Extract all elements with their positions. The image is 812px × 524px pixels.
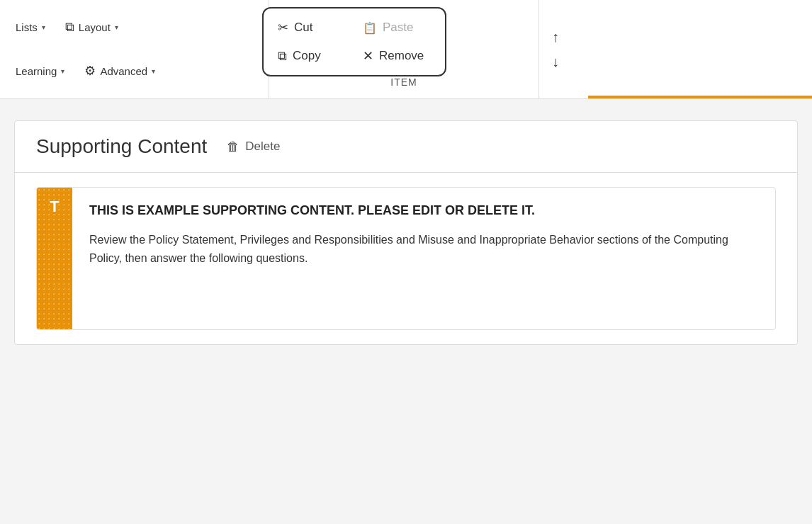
cut-button[interactable]: ✂ Cut	[276, 17, 347, 38]
toolbar-left: Lists ▾ ⧉ Layout ▾ Learning ▾ ⚙ Advanced…	[0, 0, 269, 98]
lists-chevron-icon: ▾	[42, 23, 45, 31]
copy-button[interactable]: ⧉ Copy	[276, 45, 347, 67]
move-arrows: ↑ ↓	[538, 0, 572, 98]
move-up-button[interactable]: ↑	[548, 28, 563, 47]
section-header: Supporting Content 🗑 Delete	[15, 121, 797, 173]
cut-icon: ✂	[278, 20, 288, 35]
orange-sidebar: T	[37, 188, 72, 329]
item-popup: ✂ Cut 📋 Paste ⧉ Copy ✕ Remove	[262, 7, 446, 76]
learning-label: Learning	[16, 65, 57, 77]
content-text-area: THIS IS EXAMPLE SUPPORTING CONTENT. PLEA…	[72, 188, 775, 329]
main-content: Supporting Content 🗑 Delete T THIS IS EX…	[0, 99, 812, 366]
copy-icon: ⧉	[278, 49, 287, 64]
section-card: Supporting Content 🗑 Delete T THIS IS EX…	[14, 120, 798, 345]
item-section-label: ITEM	[262, 76, 546, 88]
learning-dropdown[interactable]: Learning ▾	[11, 62, 69, 80]
layout-dropdown[interactable]: ⧉ Layout ▾	[61, 17, 123, 38]
main-toolbar: Lists ▾ ⧉ Layout ▾ Learning ▾ ⚙ Advanced…	[0, 0, 812, 99]
cut-label: Cut	[294, 21, 312, 35]
remove-icon: ✕	[363, 48, 373, 64]
gear-icon: ⚙	[84, 63, 96, 79]
content-type-letter: T	[50, 198, 59, 216]
trash-icon: 🗑	[227, 139, 239, 154]
learning-chevron-icon: ▾	[61, 67, 64, 75]
move-down-button[interactable]: ↓	[548, 52, 563, 72]
section-title: Supporting Content	[36, 135, 207, 158]
delete-button[interactable]: 🗑 Delete	[221, 137, 286, 157]
paste-button[interactable]: 📋 Paste	[361, 17, 432, 38]
toolbar-row-2: Learning ▾ ⚙ Advanced ▾	[11, 60, 257, 81]
layout-chevron-icon: ▾	[115, 23, 118, 31]
remove-label: Remove	[379, 49, 424, 63]
layout-label: Layout	[79, 21, 111, 33]
content-block: T THIS IS EXAMPLE SUPPORTING CONTENT. PL…	[36, 187, 776, 330]
active-tab-indicator	[588, 96, 812, 98]
toolbar-row-1: Lists ▾ ⧉ Layout ▾	[11, 17, 257, 38]
lists-label: Lists	[16, 21, 38, 33]
content-heading: THIS IS EXAMPLE SUPPORTING CONTENT. PLEA…	[89, 202, 758, 220]
lists-dropdown[interactable]: Lists ▾	[11, 18, 50, 36]
layout-icon: ⧉	[65, 20, 74, 35]
advanced-chevron-icon: ▾	[152, 67, 155, 75]
remove-button[interactable]: ✕ Remove	[361, 45, 432, 67]
paste-label: Paste	[383, 21, 413, 35]
delete-label: Delete	[245, 139, 280, 154]
paste-icon: 📋	[363, 21, 377, 35]
content-body: Review the Policy Statement, Privileges …	[89, 231, 758, 267]
advanced-dropdown[interactable]: ⚙ Advanced ▾	[80, 60, 159, 81]
section-body: T THIS IS EXAMPLE SUPPORTING CONTENT. PL…	[15, 173, 797, 344]
copy-label: Copy	[293, 49, 321, 63]
advanced-label: Advanced	[100, 65, 147, 77]
